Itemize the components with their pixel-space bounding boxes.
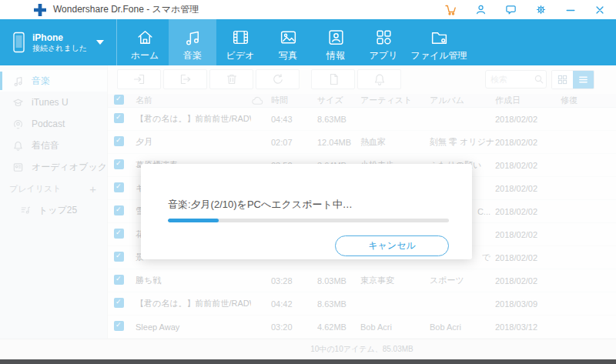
photo-icon [279,28,298,47]
feedback-icon[interactable] [505,4,517,15]
progress-fill [168,219,219,222]
folder-gear-icon [430,28,449,47]
export-progress-message: 音楽:夕月(2/10)をPCへエクスポート中… [168,198,353,212]
titlebar-icons [444,4,605,16]
close-button[interactable] [594,5,605,15]
phone-icon [12,32,25,53]
titlebar: Wondershare Dr.Fone - スマホ管理 [0,0,616,19]
wondershare-logo-icon [34,4,46,16]
chevron-down-icon [96,40,104,45]
account-icon[interactable] [475,4,487,15]
music-icon [183,28,203,47]
minimize-button[interactable] [565,5,576,15]
window-bottom-edge [0,359,616,364]
cart-icon[interactable] [444,4,457,16]
home-icon [136,28,155,47]
nav-tabs: ホーム 音楽 ビデオ 写真 情報 アプリ [121,19,470,65]
film-icon [231,28,250,47]
settings-gear-icon[interactable] [535,4,547,15]
export-progress-dialog: 音楽:夕月(2/10)をPCへエクスポート中… キャンセル [141,164,472,259]
contact-card-icon [326,28,346,47]
device-name: iPhone [32,32,87,43]
tab-video[interactable]: ビデオ [216,19,264,65]
progress-bar [168,219,449,222]
device-status: 接続されました [32,43,87,53]
window-title: Wondershare Dr.Fone - スマホ管理 [53,3,199,16]
tab-info[interactable]: 情報 [312,19,360,65]
app-window: Wondershare Dr.Fone - スマホ管理 iPhone 接続されま… [0,0,616,364]
apps-grid-icon [374,28,393,47]
device-selector[interactable]: iPhone 接続されました [0,19,117,65]
tab-photo[interactable]: 写真 [264,19,312,65]
cancel-button[interactable]: キャンセル [335,235,449,256]
tab-file-manager[interactable]: ファイル管理 [407,19,470,65]
tab-apps[interactable]: アプリ [360,19,407,65]
tab-home[interactable]: ホーム [121,19,169,65]
tab-music[interactable]: 音楽 [169,19,216,65]
navbar: iPhone 接続されました ホーム 音楽 ビデオ 写真 [0,19,616,65]
